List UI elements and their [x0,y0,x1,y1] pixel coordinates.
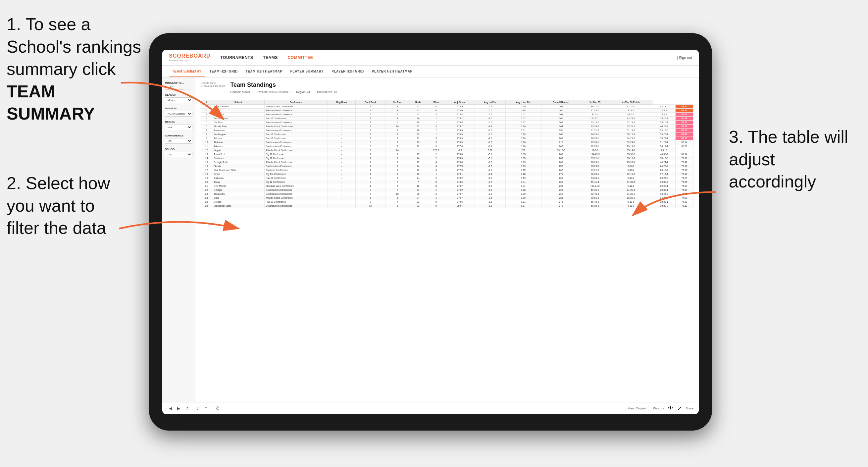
table-cell: 104-42-3 [581,152,609,156]
update-time-label: Update time: [201,82,225,85]
instruction-1-bold: TEAM SUMMARY [7,82,95,124]
table-cell: -6.2 [474,105,505,108]
table-row: 4Arizona StatePac-12 Conference-19261274… [201,117,693,121]
table-cell: 95-6-0 [581,113,609,117]
tab-player-summary[interactable]: PLAYER SUMMARY [287,67,327,76]
nav-committee[interactable]: COMMITTEE [288,55,313,60]
table-cell: 1.28 [505,172,541,176]
toolbar-bookmark[interactable]: ◻ [203,405,209,411]
table-cell: - [328,128,355,132]
table-cell: 23-16-2 [653,168,675,172]
tab-player-h2h-grid[interactable]: PLAYER H2H GRID [328,67,367,76]
table-cell: - [328,121,355,125]
table-cell: 42-16-0 [609,105,653,108]
table-row: 12VirginiaAtlantic Coast Conference-8241… [201,148,693,152]
tab-player-h2h-heatmap[interactable]: PLAYER H2H HEATMAP [369,67,416,76]
table-cell: 1.85 [505,156,541,160]
tab-team-summary[interactable]: TEAM SUMMARY [169,67,205,76]
view-original-btn[interactable]: View: Original [625,406,649,411]
filter-region-select[interactable]: N/A [165,125,192,130]
table-cell: 8 [201,132,212,136]
main-content: Minimum Ro... 4 — 30 Gender Men's Divisi… [162,77,699,402]
table-cell: 66-42-1 [581,200,609,204]
table-cell: 0 [427,200,445,204]
table-cell: Pac-12 Conference [264,117,328,121]
table-cell: -1.3 [474,200,505,204]
col-avg-par: Avg. to Par [474,100,505,105]
table-cell: 23 [409,132,427,136]
toolbar-clock[interactable]: ⏱ [215,405,221,411]
table-cell: 30 [409,192,427,196]
tab-team-h2h-heatmap[interactable]: TEAM H2H HEATMAP [242,67,286,76]
filter-division-select[interactable]: NCAA Division I [165,111,192,117]
table-cell: 21 [409,188,427,192]
table-cell: 265 [541,160,581,164]
watch-btn[interactable]: Watch ▾ [653,407,664,410]
filter-minimum-rp-range: 4 — 30 [165,86,192,88]
toolbar-back[interactable]: ◀ [167,405,173,411]
table-cell: 23 [409,204,427,208]
filters-panel: Minimum Ro... 4 — 30 Gender Men's Divisi… [162,77,195,402]
table-cell: 8 [385,156,409,160]
table-row: 6Florida StateAtlantic Coast Conference-… [201,125,693,128]
table-cell: 82-05-1 [581,172,609,176]
toolbar-share-icon[interactable]: ⤴ [196,405,200,411]
filter-gender: Gender Men's [165,93,192,103]
table-cell: Pac-12 Conference [264,132,328,136]
table-cell: 61-21-0 [581,128,609,132]
table-cell: 217 [541,141,581,145]
sign-out-link[interactable]: Sign out [679,56,692,60]
table-cell: 7 [385,188,409,192]
table-cell: - [328,156,355,160]
table-cell: 37-17-1 [653,172,675,176]
table-cell: -0.4 [474,196,505,200]
table-cell: Atlantic Coast Conference [264,105,328,108]
table-cell: - [328,176,355,180]
table-cell: 273.4 [445,113,474,117]
table-cell: -5.8 [474,188,505,192]
col-rnds: Rnds [409,100,427,105]
filter-gender-select[interactable]: Men's [165,97,192,103]
update-time-value: 27/03/2024 16:56:26 [201,85,225,88]
table-cell: 276.9 [445,141,474,145]
filter-region-label: Region [165,121,192,124]
table-cell: -3.6 [474,141,505,145]
table-cell: Duke [212,196,264,200]
table-cell: 23 [409,141,427,145]
table-cell: 44-24-1 [653,160,675,164]
table-cell: 22 [201,188,212,192]
table-cell: Big 12 Conference [264,180,328,184]
nav-teams[interactable]: TEAMS [263,55,278,60]
table-cell: 8 [427,184,445,188]
filter-conference-select[interactable]: (All) [165,138,192,144]
range-slider[interactable] [165,89,192,89]
table-cell: 23 [409,105,427,108]
table-cell: 279.2 [445,188,474,192]
table-row: 25OregonPac-12 Conference-97210279.5-1.3… [201,200,693,204]
table-cell: 279.7 [445,196,474,200]
table-cell: 2 [356,113,385,117]
filter-bar-conference: Conference: All [317,90,337,94]
table-cell: 22 [409,145,427,148]
table-cell: Oregon [212,200,264,204]
table-cell: 20 [201,180,212,184]
toolbar-refresh[interactable]: ↺ [184,405,190,411]
share-btn[interactable]: Share [685,407,693,410]
table-cell: Big 12 Conference [264,156,328,160]
table-cell: - [328,184,355,188]
filter-school-select[interactable]: (All) [165,152,192,157]
table-cell: 1.98 [505,136,541,141]
table-cell: Southeastern Conference [264,204,328,208]
table-row: 18IllinoisBig Ten Conference-19231279.1-… [201,172,693,176]
tablet-screen: SCOREBOARD Powered by clippd TOURNAMENTS… [162,50,699,414]
table-cell: 77.27 [675,176,693,180]
table-cell: 6 [201,125,212,128]
nav-tournaments[interactable]: TOURNAMENTS [221,55,253,60]
tab-team-h2h-grid[interactable]: TEAM H2H GRID [206,67,241,76]
table-cell: 273.5 [445,105,474,108]
table-cell: 1.21 [505,200,541,204]
table-cell: Southeastern Conference [264,128,328,132]
table-title: Team Standings [230,82,693,88]
toolbar-forward[interactable]: ▶ [176,405,182,411]
table-cell: 82.13 [675,136,693,141]
